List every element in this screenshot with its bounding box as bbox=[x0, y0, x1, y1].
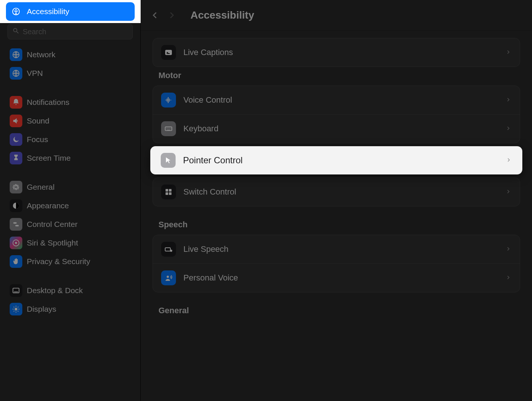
hand-icon bbox=[10, 255, 22, 268]
sidebar-item-displays[interactable]: Displays bbox=[6, 300, 134, 318]
chevron-right-icon bbox=[506, 246, 512, 252]
section-title-motor: Motor bbox=[158, 71, 520, 80]
row-label: Voice Control bbox=[183, 95, 498, 105]
person-wave-icon bbox=[161, 270, 176, 285]
row-live-captions[interactable]: Live Captions bbox=[153, 38, 520, 67]
row-label: Switch Control bbox=[183, 187, 498, 197]
sidebar-item-vpn[interactable]: VPN bbox=[6, 64, 134, 83]
row-voice-control[interactable]: Voice Control bbox=[153, 86, 520, 115]
search-input[interactable] bbox=[23, 28, 117, 36]
row-label: Keyboard bbox=[183, 124, 498, 134]
sidebar-item-appearance[interactable]: Appearance bbox=[6, 196, 134, 215]
sidebar-item-privacy[interactable]: Privacy & Security bbox=[6, 252, 134, 271]
sidebar-item-focus[interactable]: Focus bbox=[6, 130, 134, 149]
main-panel: Accessibility Live CaptionsMotorVoice Co… bbox=[141, 0, 532, 401]
chevron-right-icon bbox=[506, 49, 512, 55]
topbar: Accessibility bbox=[141, 0, 532, 31]
sidebar-item-notifications[interactable]: Notifications bbox=[6, 93, 134, 112]
keyboard-icon bbox=[161, 121, 176, 136]
sidebar-item-network[interactable]: Network bbox=[6, 45, 134, 64]
sidebar-item-label: VPN bbox=[27, 69, 43, 78]
search-field[interactable] bbox=[7, 24, 133, 39]
sidebar-item-label: Displays bbox=[27, 305, 56, 314]
sidebar-item-siri[interactable]: Siri & Spotlight bbox=[6, 234, 134, 252]
section-card: Live SpeechPersonal Voice bbox=[153, 235, 520, 292]
captions-icon bbox=[161, 45, 176, 60]
section-title-general: General bbox=[158, 306, 520, 315]
grid-icon bbox=[161, 185, 176, 199]
globe-icon bbox=[10, 67, 22, 80]
sidebar-item-general[interactable]: General bbox=[6, 178, 134, 196]
sidebar-item-desktop[interactable]: Desktop & Dock bbox=[6, 281, 134, 300]
chevron-right-icon bbox=[506, 275, 512, 281]
moon-icon bbox=[10, 133, 22, 146]
row-switch-control[interactable]: Switch Control bbox=[153, 178, 520, 206]
sidebar-item-label: Privacy & Security bbox=[27, 257, 90, 266]
row-label: Personal Voice bbox=[183, 273, 498, 283]
page-title: Accessibility bbox=[190, 9, 254, 21]
row-label: Live Speech bbox=[183, 244, 498, 254]
row-pointer-control[interactable]: Pointer Control bbox=[150, 146, 522, 174]
speaker-icon bbox=[10, 115, 22, 127]
hourglass-icon bbox=[10, 152, 22, 164]
section-card: Voice ControlKeyboard bbox=[153, 86, 520, 143]
chevron-right-icon bbox=[506, 97, 512, 103]
sidebar-item-label: Focus bbox=[27, 135, 48, 144]
chevron-right-icon bbox=[506, 157, 512, 163]
forward-button[interactable] bbox=[167, 10, 176, 20]
section-card: Switch Control bbox=[153, 177, 520, 206]
sidebar-item-label: Network bbox=[27, 50, 55, 59]
globe-icon bbox=[10, 48, 22, 61]
waveform-icon bbox=[161, 93, 176, 108]
row-live-speech[interactable]: Live Speech bbox=[153, 235, 520, 264]
search-icon bbox=[12, 27, 20, 36]
sidebar-item-label: General bbox=[27, 183, 55, 192]
sidebar-item-controlcenter[interactable]: Control Center bbox=[6, 215, 134, 234]
chevron-right-icon bbox=[506, 126, 512, 132]
sidebar-item-label: Desktop & Dock bbox=[27, 286, 83, 295]
dock-icon bbox=[10, 284, 22, 297]
bell-icon bbox=[10, 96, 22, 109]
sidebar-item-label: Sound bbox=[27, 116, 49, 125]
siri-icon bbox=[10, 237, 22, 249]
row-keyboard[interactable]: Keyboard bbox=[153, 115, 520, 143]
sidebar-item-label: Control Center bbox=[27, 220, 78, 229]
sidebar: BluetoothNetworkVPNNotificationsSoundFoc… bbox=[0, 0, 141, 401]
row-label: Live Captions bbox=[183, 48, 498, 57]
row-label: Pointer Control bbox=[183, 155, 499, 166]
switches-icon bbox=[10, 218, 22, 231]
sidebar-item-label: Notifications bbox=[27, 98, 69, 107]
content-area: Live CaptionsMotorVoice ControlKeyboardP… bbox=[141, 31, 532, 401]
row-personal-voice[interactable]: Personal Voice bbox=[153, 264, 520, 292]
sidebar-item-bluetooth[interactable]: Bluetooth bbox=[6, 42, 134, 45]
gear-icon bbox=[10, 181, 22, 193]
sidebar-item-screentime[interactable]: Screen Time bbox=[6, 149, 134, 167]
settings-window: BluetoothNetworkVPNNotificationsSoundFoc… bbox=[0, 0, 532, 401]
cursor-icon bbox=[161, 153, 176, 168]
section-card: Live Captions bbox=[153, 38, 520, 67]
sidebar-item-label: Siri & Spotlight bbox=[27, 238, 78, 247]
contrast-icon bbox=[10, 199, 22, 212]
chevron-right-icon bbox=[506, 189, 512, 195]
sidebar-item-label: Appearance bbox=[27, 201, 69, 210]
bright-icon bbox=[10, 303, 22, 315]
section-title-speech: Speech bbox=[158, 220, 520, 230]
sidebar-item-sound[interactable]: Sound bbox=[6, 112, 134, 130]
keyboard-voice-icon bbox=[161, 242, 176, 257]
back-button[interactable] bbox=[150, 10, 160, 20]
sidebar-item-label: Screen Time bbox=[27, 154, 71, 163]
